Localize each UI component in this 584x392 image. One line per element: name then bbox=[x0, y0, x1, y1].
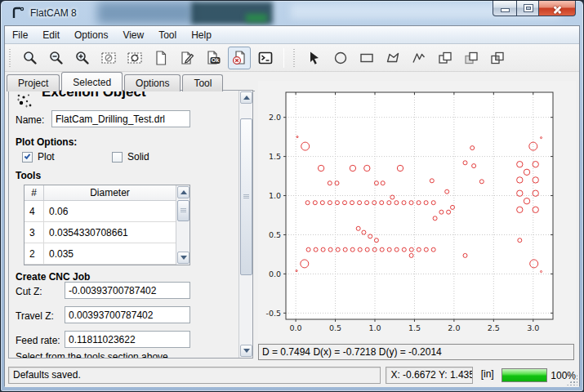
tool-diameter-cell[interactable]: 0.06 bbox=[44, 201, 189, 221]
titlebar[interactable]: FlatCAM 8 bbox=[1, 1, 583, 25]
progress-fill bbox=[502, 369, 546, 381]
new-project-button[interactable] bbox=[149, 47, 172, 69]
maximize-button[interactable] bbox=[516, 1, 539, 16]
scroll-up-button[interactable] bbox=[177, 186, 189, 198]
feed-rate-input[interactable] bbox=[65, 331, 190, 348]
drill-plot[interactable]: 0.00.51.01.52.02.53.0-0.50.00.51.01.52.0 bbox=[258, 81, 576, 341]
toolbar-grip[interactable] bbox=[9, 49, 12, 67]
save-project-button[interactable]: Ok bbox=[202, 47, 225, 69]
minimize-button[interactable] bbox=[493, 1, 517, 16]
measurement-readout: D = 0.7494 D(x) = -0.7218 D(y) = -0.2014 bbox=[258, 344, 574, 360]
panel-scrollbar[interactable] bbox=[239, 91, 252, 358]
shell-icon bbox=[257, 50, 274, 66]
name-input[interactable] bbox=[51, 110, 190, 127]
feed-rate-label: Feed rate: bbox=[16, 335, 60, 346]
plot-checkbox-label: Plot bbox=[38, 151, 55, 163]
progress-bar bbox=[502, 368, 547, 382]
svg-text:Ok: Ok bbox=[212, 57, 219, 63]
tab-selected[interactable]: Selected bbox=[61, 72, 123, 91]
plot-checkbox[interactable]: Plot bbox=[22, 151, 55, 163]
tool-diameter-cell[interactable]: 0.035 bbox=[44, 243, 189, 264]
table-row[interactable]: 2 0.035 bbox=[25, 243, 189, 265]
scroll-down-button[interactable] bbox=[177, 252, 189, 264]
shell-button[interactable] bbox=[254, 47, 277, 69]
column-header-diameter[interactable]: Diameter bbox=[44, 185, 189, 200]
menu-options[interactable]: Options bbox=[67, 27, 115, 43]
draw-circle-button[interactable] bbox=[329, 47, 352, 69]
tool-number-cell[interactable]: 3 bbox=[25, 222, 44, 243]
intersect-tool-button[interactable] bbox=[486, 47, 509, 69]
draw-path-button[interactable] bbox=[408, 47, 430, 69]
tab-options[interactable]: Options bbox=[124, 74, 181, 91]
create-cnc-job-label: Create CNC Job bbox=[16, 271, 90, 283]
draw-rectangle-button[interactable] bbox=[355, 47, 378, 69]
union-tool-button[interactable] bbox=[434, 47, 457, 69]
zoom-out-button[interactable] bbox=[45, 47, 68, 69]
pointer-tool-button[interactable] bbox=[303, 47, 326, 69]
open-project-button[interactable] bbox=[176, 47, 198, 69]
table-scrollbar[interactable] bbox=[176, 185, 189, 265]
menu-edit[interactable]: Edit bbox=[35, 27, 67, 43]
zoom-in-button[interactable] bbox=[71, 47, 94, 69]
excellon-object-icon bbox=[16, 93, 35, 109]
tab-bar: Project Selected Options Tool bbox=[7, 72, 225, 91]
close-button[interactable] bbox=[538, 1, 576, 16]
open-project-icon bbox=[179, 50, 195, 66]
solid-checkbox-box[interactable] bbox=[112, 152, 123, 163]
scroll-down-button[interactable] bbox=[240, 345, 252, 357]
replot-button[interactable] bbox=[123, 47, 146, 69]
travel-z-input[interactable] bbox=[65, 306, 190, 323]
zoom-in-icon bbox=[74, 50, 91, 66]
menu-tool[interactable]: Tool bbox=[151, 27, 184, 43]
delete-object-button[interactable] bbox=[228, 47, 251, 69]
svg-text:1.5: 1.5 bbox=[408, 323, 421, 332]
tool-number-cell[interactable]: 2 bbox=[25, 243, 44, 264]
arrow-down-icon bbox=[243, 349, 250, 353]
scrollbar-thumb[interactable] bbox=[177, 200, 189, 221]
zoom-fit-button[interactable] bbox=[19, 47, 42, 69]
clear-plot-icon bbox=[100, 50, 117, 66]
tool-diameter-cell[interactable]: 0.0354330708661 bbox=[44, 222, 189, 243]
caption-buttons bbox=[493, 1, 576, 16]
menu-file[interactable]: File bbox=[5, 27, 35, 43]
table-row[interactable]: 3 0.0354330708661 bbox=[25, 222, 189, 243]
scroll-up-button[interactable] bbox=[240, 91, 252, 104]
new-project-icon bbox=[153, 50, 169, 66]
tools-table: # Diameter 4 0.06 3 0.0354330708661 2 0.… bbox=[24, 185, 190, 265]
tab-project[interactable]: Project bbox=[7, 74, 60, 91]
status-message: Defaults saved. bbox=[8, 367, 381, 384]
menu-view[interactable]: View bbox=[115, 27, 151, 43]
subtract-tool-button[interactable] bbox=[460, 47, 483, 69]
clear-plot-button[interactable] bbox=[97, 47, 120, 69]
tool-number-cell[interactable]: 4 bbox=[25, 201, 44, 221]
subtract-icon bbox=[463, 50, 479, 66]
arrow-up-icon bbox=[243, 96, 250, 100]
solid-checkbox[interactable]: Solid bbox=[112, 151, 149, 163]
selected-tab-panel: Excellon Object Name: Plot Options: Plot… bbox=[8, 90, 253, 359]
table-header-row: # Diameter bbox=[25, 185, 189, 201]
svg-text:3.0: 3.0 bbox=[527, 323, 539, 332]
zoom-fit-icon bbox=[22, 50, 38, 66]
svg-text:0.0: 0.0 bbox=[290, 323, 302, 332]
maximize-icon bbox=[524, 5, 533, 11]
draw-polygon-button[interactable] bbox=[381, 47, 404, 69]
table-row[interactable]: 4 0.06 bbox=[25, 201, 189, 222]
scrollbar-thumb[interactable] bbox=[240, 118, 252, 275]
cut-z-input[interactable] bbox=[65, 282, 190, 299]
window-content: File Edit Options View Tool Help bbox=[4, 25, 580, 386]
flatcam-window: FlatCAM 8 File Edit Options View Tool He… bbox=[0, 0, 584, 392]
toolbar-grip[interactable] bbox=[293, 49, 296, 67]
plot-canvas[interactable]: 0.00.51.01.52.02.53.0-0.50.00.51.01.52.0 bbox=[258, 81, 576, 341]
tab-tool[interactable]: Tool bbox=[182, 74, 223, 91]
svg-text:1.5: 1.5 bbox=[269, 152, 281, 161]
draw-circle-icon bbox=[332, 50, 349, 66]
column-header-number[interactable]: # bbox=[25, 185, 44, 200]
menu-help[interactable]: Help bbox=[184, 27, 219, 43]
zoom-out-icon bbox=[48, 50, 65, 66]
draw-polygon-icon bbox=[385, 50, 401, 66]
window-title: FlatCAM 8 bbox=[30, 7, 77, 19]
plot-checkbox-box[interactable] bbox=[22, 152, 33, 163]
svg-text:1.0: 1.0 bbox=[269, 191, 281, 200]
svg-text:2.0: 2.0 bbox=[448, 323, 460, 332]
svg-text:0.0: 0.0 bbox=[269, 270, 281, 278]
